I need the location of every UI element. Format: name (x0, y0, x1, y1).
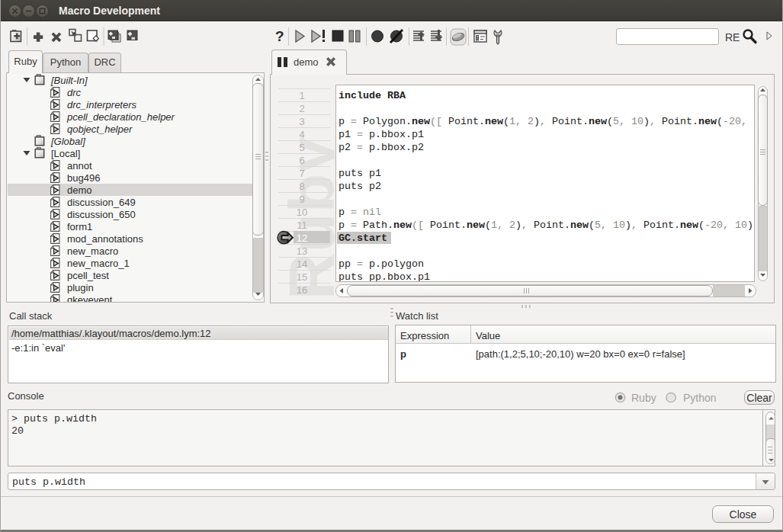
svg-text:?: ? (275, 28, 284, 44)
